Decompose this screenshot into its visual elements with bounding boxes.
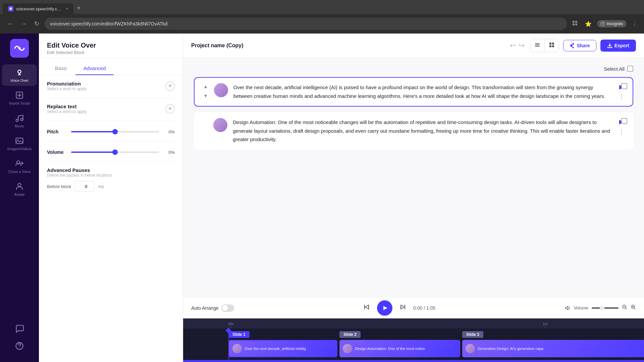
main-content: Project name (Copy) ↩ ↪ Share [183,34,644,362]
bookmark-btn[interactable]: ⭐ [584,19,593,28]
sidebar-label-import: Import Script [9,101,30,105]
zoom-in-btn[interactable] [631,304,636,311]
volume-slider-track[interactable] [71,152,159,153]
volume-slider-knob[interactable] [600,306,604,310]
extensions-btn[interactable] [570,18,580,29]
refresh-btn[interactable]: ↻ [32,19,41,29]
volume-thumb[interactable] [112,149,118,155]
more-block-btn-1[interactable]: ⋮ [619,93,625,101]
block-card-1[interactable]: ▲ ▼ Over the next decade, artificial int… [194,77,633,107]
timeline-tracks: Slide 1 Slide 2 Slide 3 Over the next de… [183,328,644,362]
replace-text-section: Replace text Select a word to apply + [47,98,175,114]
timeline-progress [183,360,644,362]
sidebar-item-clone[interactable]: Clone a Voice [2,156,37,177]
svg-point-11 [20,118,23,121]
timeline-block-2[interactable]: Design Automation: One of the most notic… [339,340,460,357]
incognito-badge: Incognito [597,20,627,27]
tab-close-btn[interactable]: × [66,6,68,11]
forward-btn[interactable]: → [19,19,29,29]
block-checkbox-2[interactable] [621,118,627,124]
replace-text-info: Replace text Select a word to apply [47,104,87,114]
block-checkbox-1[interactable] [621,83,627,89]
slide-label-1[interactable]: Slide 1 [228,331,250,338]
browser-tab-active[interactable]: voiceover.speechify.com/edit... × [3,3,73,14]
sidebar-label-voiceover: Voice Over [10,78,29,82]
play-main-btn[interactable] [377,300,392,316]
back-btn[interactable]: ← [5,19,15,29]
collapse-up-btn-1[interactable]: ▲ [203,83,209,90]
volume-icon [565,305,571,311]
svg-rect-18 [535,45,540,45]
redo-btn[interactable]: ↪ [519,41,525,50]
timeline-block-1[interactable]: Over the next decade, artificial intelli… [228,340,337,357]
replace-text-add-btn[interactable]: + [165,104,175,114]
advanced-pauses-sub: Define the pauses in below locations [47,173,175,178]
tab-basic[interactable]: Basic [47,62,75,75]
volume-label: Volume [47,149,67,155]
sidebar-item-images[interactable]: Images/Videos [2,133,37,154]
pronunciation-section: Pronunciation Select a word to apply + [47,81,175,91]
slide-label-2[interactable]: Slide 2 [339,331,361,338]
auto-arrange: Auto Arrange [191,304,234,312]
new-tab-btn[interactable]: + [74,3,84,13]
undo-btn[interactable]: ↩ [510,41,516,50]
panel-header: Edit Voice Over Edit Selected Block [39,34,183,58]
volume-label-text: Volume [574,305,588,310]
volume-slider[interactable] [592,307,619,309]
panel-title: Edit Voice Over [47,42,175,49]
svg-point-10 [16,119,18,122]
time-sep: / [424,305,426,311]
export-btn[interactable]: Export [600,40,636,52]
auto-arrange-toggle[interactable] [221,304,234,312]
project-name: Project name (Copy) [191,43,504,49]
skip-back-btn[interactable] [363,303,370,313]
address-bar[interactable]: voiceover.speechify.com/editor/fWZKhPa3k… [45,18,567,30]
player-bar: Auto Arrange 0:00 / 1:05 [183,297,644,318]
volume-value: 0% [163,150,175,155]
sidebar-item-voiceover[interactable]: Voice Over [2,64,37,86]
list-view-btn[interactable] [530,39,545,52]
pronunciation-add-btn[interactable]: + [165,81,175,91]
timeline-ruler: 0m 1m [183,318,644,328]
logo[interactable] [10,39,29,58]
share-btn[interactable]: Share [563,40,596,51]
svg-point-15 [18,183,21,186]
svg-rect-23 [552,45,554,47]
svg-rect-20 [549,43,551,45]
more-block-btn-2[interactable]: ⋮ [619,128,625,135]
timeline-block-3[interactable]: Generative Design: AI's generative capa [462,340,644,357]
block-card-2[interactable]: Design Automation: One of the most notic… [194,112,633,150]
pitch-label: Pitch [47,129,67,134]
menu-btn[interactable]: ⋮ [631,19,639,28]
pronunciation-header: Pronunciation Select a word to apply + [47,81,175,91]
advanced-pauses-section: Advanced Pauses Define the pauses in bel… [47,162,175,192]
select-all-checkbox[interactable] [627,66,633,72]
grid-view-btn[interactable] [545,39,559,52]
before-block-row: Before block ms [47,181,175,192]
before-block-unit: ms [98,184,104,189]
block-collapse-1: ▲ ▼ [203,83,209,99]
timeline: 0m 1m [183,318,644,362]
before-block-input[interactable] [74,181,95,192]
sidebar-item-help[interactable] [2,338,37,354]
svg-rect-2 [573,23,575,25]
skip-forward-btn[interactable] [399,303,407,313]
collapse-down-btn-1[interactable]: ▼ [203,93,209,99]
sidebar-item-music[interactable]: Music [2,110,37,131]
browser-nav: ← → ↻ voiceover.speechify.com/editor/fWZ… [0,14,644,34]
view-toggle-group [530,39,559,52]
zoom-out-btn[interactable] [622,304,627,311]
sidebar-item-import[interactable]: Import Script [2,87,37,109]
pitch-thumb[interactable] [112,129,118,134]
svg-rect-1 [575,21,577,23]
tab-advanced[interactable]: Advanced [75,62,114,75]
volume-fill [71,152,115,153]
svg-point-7 [18,47,21,50]
sidebar-item-avatar[interactable]: Avatar [2,178,37,200]
pitch-slider-track[interactable] [71,131,159,132]
sidebar-item-chat[interactable] [2,320,37,337]
select-all-label: Select All [604,66,625,72]
timeline-block-text-1: Over the next decade, artificial intelli… [245,347,306,351]
slide-label-3[interactable]: Slide 3 [462,331,483,338]
timeline-block-text-2: Design Automation: One of the most notic… [355,347,425,351]
